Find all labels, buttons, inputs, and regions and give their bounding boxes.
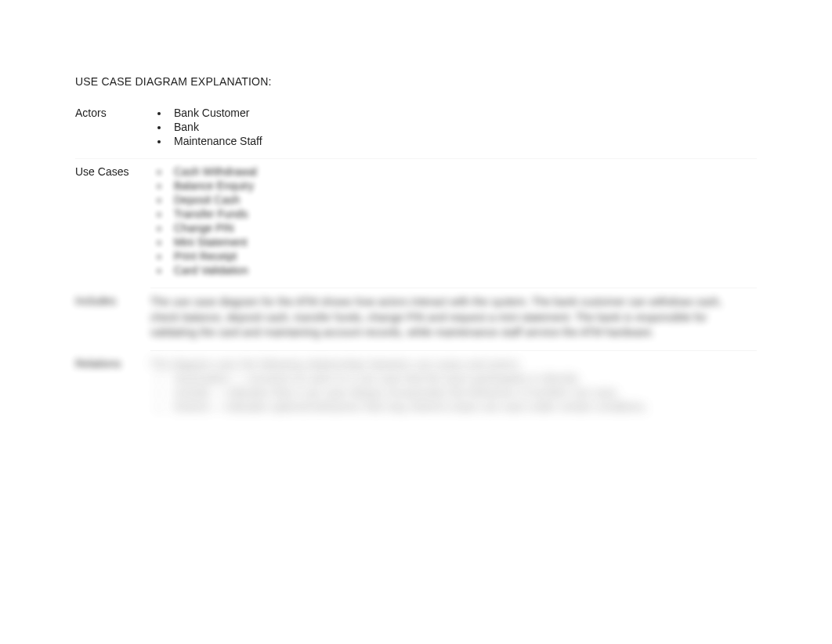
list-item: Maintenance Staff [169,135,749,147]
list-item: Balance Enquiry [169,179,749,192]
list-item: Bank Customer [169,107,749,119]
row-content-actors: Bank Customer Bank Maintenance Staff [150,100,757,158]
row-label-usecases: Use Cases [75,158,150,288]
list-item: Mini Statement [169,236,749,248]
list-item: Extend — indicates optional behaviour th… [169,400,749,413]
relations-intro: The diagram uses the following relations… [150,357,749,373]
row-label-relations: Relations [75,350,150,425]
relations-list: Association — connects an actor to a use… [150,372,749,413]
row-content-includes: The use case diagram for the ATM shows h… [150,288,757,350]
usecases-list: Cash Withdrawal Balance Enquiry Deposit … [150,165,749,277]
row-content-usecases: Cash Withdrawal Balance Enquiry Deposit … [150,158,757,288]
table-row: Includes The use case diagram for the AT… [75,288,757,350]
list-item: Transfer Funds [169,208,749,220]
list-item: Deposit Cash [169,194,749,206]
table-row: Actors Bank Customer Bank Maintenance St… [75,100,757,158]
list-item: Card Validation [169,264,749,277]
list-item: Association — connects an actor to a use… [169,372,749,385]
page-title: USE CASE DIAGRAM EXPLANATION: [75,75,757,88]
row-content-relations: The diagram uses the following relations… [150,350,757,425]
list-item: Bank [169,121,749,133]
list-item: Include — indicates that a use case alwa… [169,386,749,399]
row-label-actors: Actors [75,100,150,158]
list-item: Print Receipt [169,250,749,262]
row-label-includes: Includes [75,288,150,350]
list-item: Cash Withdrawal [169,165,749,178]
table-row: Relations The diagram uses the following… [75,350,757,425]
actors-list: Bank Customer Bank Maintenance Staff [150,107,749,147]
document-page: USE CASE DIAGRAM EXPLANATION: Actors Ban… [0,0,832,424]
table-row: Use Cases Cash Withdrawal Balance Enquir… [75,158,757,288]
explanation-table: Actors Bank Customer Bank Maintenance St… [75,100,757,424]
includes-text: The use case diagram for the ATM shows h… [150,295,749,341]
list-item: Change PIN [169,222,749,234]
